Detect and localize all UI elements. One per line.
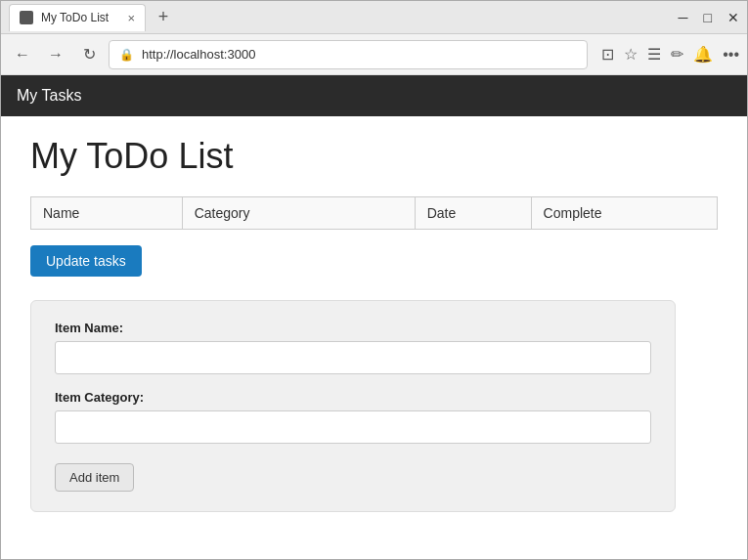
url-text: http://localhost:3000 <box>142 47 577 62</box>
address-field[interactable]: 🔒 http://localhost:3000 <box>109 40 588 69</box>
page-title: My ToDo List <box>30 136 718 177</box>
add-item-form: Item Name: Item Category: Add item <box>30 300 676 512</box>
lock-icon: 🔒 <box>119 48 134 62</box>
table-header: Name Category Date Complete <box>31 197 718 230</box>
forward-button[interactable]: → <box>42 41 69 68</box>
col-category: Category <box>182 197 415 230</box>
app-header: My Tasks <box>1 75 747 116</box>
address-actions: ⊡ ☆ ☰ ✏ 🔔 ••• <box>601 45 739 64</box>
tab-close-button[interactable]: × <box>127 12 135 24</box>
bookmark-icon[interactable]: ☆ <box>624 45 638 64</box>
item-category-group: Item Category: <box>55 390 651 444</box>
menu-icon[interactable]: ☰ <box>647 45 661 64</box>
item-category-input[interactable] <box>55 410 651 444</box>
app-content: My Tasks My ToDo List Name Category Date… <box>1 75 747 559</box>
more-icon[interactable]: ••• <box>723 46 739 64</box>
app-header-title: My Tasks <box>17 87 81 104</box>
browser-tab[interactable]: My ToDo List × <box>9 4 146 31</box>
col-date: Date <box>415 197 531 230</box>
todo-table: Name Category Date Complete <box>30 196 718 230</box>
refresh-button[interactable]: ↻ <box>75 41 103 68</box>
item-name-label: Item Name: <box>55 321 651 335</box>
title-bar: My ToDo List × + ─ □ ✕ <box>1 1 747 34</box>
window-controls: ─ □ ✕ <box>679 10 739 25</box>
item-name-input[interactable] <box>55 341 651 374</box>
reader-view-icon[interactable]: ⊡ <box>601 45 614 64</box>
profile-icon[interactable]: 🔔 <box>693 45 713 64</box>
address-bar: ← → ↻ 🔒 http://localhost:3000 ⊡ ☆ ☰ ✏ 🔔 … <box>1 34 747 75</box>
tab-title: My ToDo List <box>41 11 109 24</box>
table-header-row: Name Category Date Complete <box>31 197 718 230</box>
item-name-group: Item Name: <box>55 321 651 374</box>
add-item-button[interactable]: Add item <box>55 463 134 492</box>
tab-favicon-icon <box>20 11 33 24</box>
maximize-button[interactable]: □ <box>704 10 712 25</box>
browser-window: My ToDo List × + ─ □ ✕ ← → ↻ 🔒 http://lo… <box>0 0 748 560</box>
new-tab-button[interactable]: + <box>150 4 177 31</box>
app-body: My ToDo List Name Category Date Complete… <box>1 116 747 559</box>
col-name: Name <box>31 197 183 230</box>
edit-icon[interactable]: ✏ <box>671 45 683 64</box>
col-complete: Complete <box>531 197 717 230</box>
item-category-label: Item Category: <box>55 390 651 405</box>
back-button[interactable]: ← <box>9 41 36 68</box>
update-tasks-button[interactable]: Update tasks <box>30 245 142 277</box>
minimize-button[interactable]: ─ <box>679 10 688 25</box>
close-button[interactable]: ✕ <box>727 10 739 25</box>
